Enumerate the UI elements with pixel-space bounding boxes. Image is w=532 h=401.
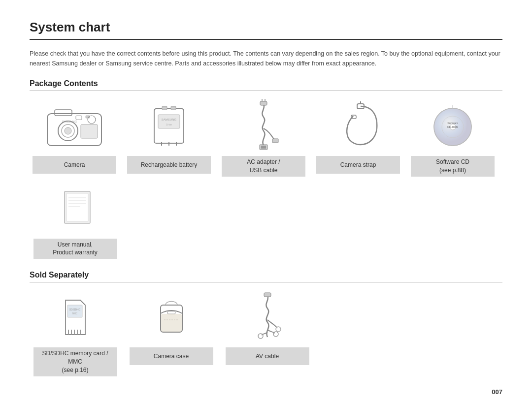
battery-label: Rechargeable battery — [127, 156, 211, 174]
item-camera-case: Camera case — [126, 290, 217, 376]
camera-case-label: Camera case — [130, 347, 213, 365]
svg-rect-23 — [261, 146, 266, 149]
svg-text:SAMSUNG: SAMSUNG — [62, 120, 77, 123]
item-ac-adapter: AC adapter / USB cable — [219, 99, 308, 177]
item-manual: User manual, Product warranty — [30, 182, 121, 259]
item-sd-card: SD/SDHC MMC SD/SDHC memory card / MMC (s… — [30, 290, 121, 376]
svg-text:Software: Software — [447, 122, 458, 124]
svg-point-8 — [88, 116, 96, 123]
intro-text: Please check that you have the correct c… — [30, 49, 502, 68]
svg-line-42 — [80, 300, 85, 305]
svg-rect-5 — [76, 116, 82, 120]
svg-rect-24 — [272, 139, 278, 143]
svg-rect-9 — [81, 124, 98, 138]
software-cd-image: Software CD-ROM — [411, 99, 495, 153]
svg-point-57 — [258, 334, 263, 339]
package-items-row2: User manual, Product warranty — [30, 182, 502, 259]
section-title-package: Package Contents — [30, 79, 502, 91]
manual-label: User manual, Product warranty — [33, 239, 117, 259]
sold-items-row: SD/SDHC MMC SD/SDHC memory card / MMC (s… — [30, 290, 502, 376]
sd-card-image: SD/SDHC MMC — [33, 290, 117, 344]
av-cable-label: AV cable — [226, 347, 309, 365]
svg-text:SD/SDHC: SD/SDHC — [69, 308, 80, 311]
svg-point-3 — [65, 127, 71, 134]
svg-rect-11 — [158, 115, 180, 128]
software-cd-label: Software CD (see p.88) — [411, 156, 495, 177]
svg-rect-15 — [171, 106, 176, 110]
svg-rect-19 — [260, 101, 267, 105]
svg-point-58 — [276, 327, 281, 332]
svg-rect-52 — [167, 311, 175, 314]
camera-label: Camera — [33, 156, 116, 174]
ac-adapter-image — [222, 99, 305, 153]
svg-text:MMC: MMC — [72, 312, 77, 315]
manual-image — [33, 182, 117, 236]
ac-adapter-label: AC adapter / USB cable — [222, 156, 305, 177]
package-items-row1: SAMSUNG Camera SAMSUNG Li-ion — [30, 99, 502, 177]
svg-rect-14 — [162, 106, 167, 110]
svg-rect-54 — [161, 314, 182, 332]
camera-image: SAMSUNG — [33, 99, 116, 153]
svg-rect-4 — [55, 110, 72, 116]
strap-image — [316, 99, 400, 153]
camera-case-image — [130, 290, 213, 344]
item-av-cable: AV cable — [222, 290, 313, 376]
sd-card-label: SD/SDHC memory card / MMC (see p.16) — [33, 347, 117, 376]
svg-text:CD-ROM: CD-ROM — [447, 125, 459, 128]
svg-text:Li-ion: Li-ion — [166, 123, 172, 126]
item-software-cd: Software CD-ROM Software CD (see p.88) — [408, 99, 498, 177]
svg-rect-55 — [264, 293, 271, 297]
svg-rect-48 — [67, 305, 82, 317]
strap-label: Camera strap — [316, 156, 400, 174]
av-cable-image — [226, 290, 309, 344]
page-number: 007 — [30, 388, 502, 396]
item-camera: SAMSUNG Camera — [30, 99, 119, 177]
page-title: System chart — [30, 20, 502, 40]
section-title-sold: Sold Separately — [30, 271, 502, 282]
item-strap: Camera strap — [313, 99, 403, 177]
svg-point-56 — [273, 332, 278, 337]
svg-text:SAMSUNG: SAMSUNG — [162, 118, 177, 121]
battery-image: SAMSUNG Li-ion — [127, 99, 211, 153]
item-battery: SAMSUNG Li-ion Rechargeable battery — [124, 99, 214, 177]
